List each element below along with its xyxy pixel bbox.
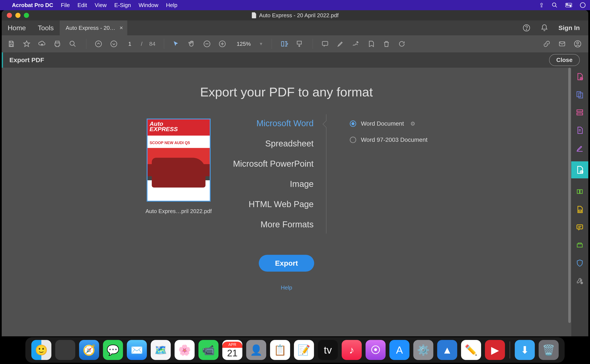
notifications-icon[interactable] (541, 24, 548, 32)
zoom-dropdown-icon[interactable]: ▼ (259, 41, 263, 46)
rail-export-pdf-icon[interactable] (571, 161, 588, 178)
dock-photos-icon[interactable]: 🌸 (174, 340, 194, 360)
dock-tv-icon[interactable]: tv (318, 340, 338, 360)
radio-selected-icon[interactable] (350, 120, 356, 127)
nav-home[interactable]: Home (2, 20, 32, 35)
dock-trash-icon[interactable]: 🗑️ (539, 340, 559, 360)
svg-point-12 (70, 41, 74, 45)
scrollbar-thumb[interactable] (568, 68, 571, 323)
account-icon[interactable] (574, 40, 582, 48)
stamp-icon[interactable] (368, 40, 376, 47)
rail-edit-icon[interactable] (575, 108, 584, 117)
nav-tools[interactable]: Tools (32, 20, 60, 35)
rail-comment-icon[interactable] (575, 223, 584, 232)
scrollbar[interactable] (568, 68, 571, 336)
page-number-input[interactable] (126, 41, 134, 47)
control-center-icon[interactable] (565, 3, 572, 7)
cloud-upload-icon[interactable] (38, 40, 47, 47)
spotlight-icon[interactable] (552, 2, 558, 8)
window-minimize-button[interactable] (15, 13, 20, 18)
dock-settings-icon[interactable]: ⚙️ (413, 340, 433, 360)
format-spreadsheet[interactable]: Spreadsheet (265, 139, 314, 148)
page-up-icon[interactable] (95, 40, 103, 47)
dock-music-icon[interactable]: ♪ (342, 340, 362, 360)
window-close-button[interactable] (7, 13, 12, 18)
radio-unselected-icon[interactable] (350, 137, 356, 143)
print-icon[interactable] (54, 40, 62, 47)
dock-facetime-icon[interactable]: 📹 (198, 340, 219, 360)
dock-downloads-icon[interactable]: ⬇ (515, 340, 535, 360)
tab-close-icon[interactable]: × (120, 25, 123, 31)
rail-organize-icon[interactable] (575, 187, 584, 196)
dock-podcasts-icon[interactable]: ⦿ (366, 340, 386, 360)
page-down-icon[interactable] (110, 40, 119, 47)
menu-help[interactable]: Help (166, 2, 177, 8)
dock-mail-icon[interactable]: ✉️ (127, 340, 147, 360)
dock-launchpad-icon[interactable] (55, 340, 75, 360)
format-powerpoint[interactable]: Microsoft PowerPoint (233, 159, 314, 169)
delete-icon[interactable] (383, 40, 391, 47)
highlight-icon[interactable] (337, 40, 345, 47)
document-thumbnail[interactable]: AutoEXPRESS SCOOP NEW AUDI Q5 (147, 119, 211, 202)
save-icon[interactable] (8, 40, 16, 47)
rail-send-comments-icon[interactable] (575, 205, 584, 214)
search-icon[interactable] (69, 40, 78, 47)
menu-file[interactable]: File (61, 2, 70, 8)
help-icon[interactable] (523, 24, 530, 32)
help-link[interactable]: Help (281, 284, 292, 291)
dock-calendar-icon[interactable]: APR21 (222, 340, 242, 360)
toolbar-separator (272, 39, 272, 49)
panel-close-button[interactable]: Close (549, 54, 580, 66)
sign-icon[interactable] (352, 40, 361, 47)
menu-esign[interactable]: E-Sign (114, 2, 131, 8)
format-html[interactable]: HTML Web Page (249, 200, 314, 209)
dock-messages-icon[interactable]: 💬 (103, 340, 123, 360)
rotate-icon[interactable] (398, 40, 407, 47)
dock-notes-icon[interactable]: 📝 (294, 340, 314, 360)
rail-create-pdf-icon[interactable] (575, 72, 584, 81)
format-image[interactable]: Image (290, 179, 314, 189)
export-button[interactable]: Export (259, 255, 314, 272)
menu-edit[interactable]: Edit (77, 2, 87, 8)
menu-window[interactable]: Window (139, 2, 158, 8)
email-icon[interactable] (558, 40, 567, 47)
rail-request-sign-icon[interactable] (575, 126, 584, 135)
option-word-97[interactable]: Word 97-2003 Document (350, 136, 427, 143)
link-icon[interactable] (543, 40, 552, 47)
star-icon[interactable] (23, 40, 32, 47)
dock-acrobat-icon[interactable]: ▶ (485, 340, 505, 360)
option-word-document[interactable]: Word Document ⚙ (350, 120, 427, 127)
menu-view[interactable]: View (95, 2, 107, 8)
dock-contacts-icon[interactable]: 👤 (246, 340, 266, 360)
menubar-right: ⇪ (539, 2, 586, 9)
gear-icon[interactable]: ⚙ (410, 120, 415, 127)
dock-appstore-icon[interactable]: A (389, 340, 409, 360)
signin-button[interactable]: Sign In (558, 24, 580, 32)
document-tab[interactable]: Auto Express - 20… × (60, 20, 127, 35)
zoom-in-icon[interactable] (219, 40, 227, 47)
dock-reminders-icon[interactable]: 📋 (270, 340, 290, 360)
rail-scan-icon[interactable] (575, 240, 584, 250)
airdrop-icon[interactable]: ⇪ (539, 2, 544, 9)
scroll-icon[interactable] (296, 40, 304, 47)
rail-combine-icon[interactable] (575, 90, 584, 99)
app-name[interactable]: Acrobat Pro DC (12, 2, 53, 8)
zoom-value[interactable]: 125% (237, 41, 251, 47)
zoom-out-icon[interactable] (203, 40, 212, 47)
window-maximize-button[interactable] (24, 13, 29, 18)
dock-finder-icon[interactable]: 🙂 (31, 340, 51, 360)
format-word[interactable]: Microsoft Word (256, 119, 314, 128)
dock-app-icon[interactable]: ▲ (437, 340, 457, 360)
siri-icon[interactable] (580, 2, 586, 8)
dock-safari-icon[interactable]: 🧭 (79, 340, 99, 360)
comment-icon[interactable] (322, 40, 330, 47)
pointer-icon[interactable] (173, 40, 181, 47)
dock-maps-icon[interactable]: 🗺️ (151, 340, 171, 360)
rail-more-tools-icon[interactable] (575, 276, 584, 286)
rail-fill-sign-icon[interactable] (575, 143, 584, 153)
fit-width-icon[interactable] (280, 40, 289, 47)
rail-protect-icon[interactable] (575, 258, 584, 268)
format-more[interactable]: More Formats (261, 220, 314, 229)
hand-icon[interactable] (188, 40, 196, 47)
dock-textedit-icon[interactable]: ✏️ (461, 340, 481, 360)
